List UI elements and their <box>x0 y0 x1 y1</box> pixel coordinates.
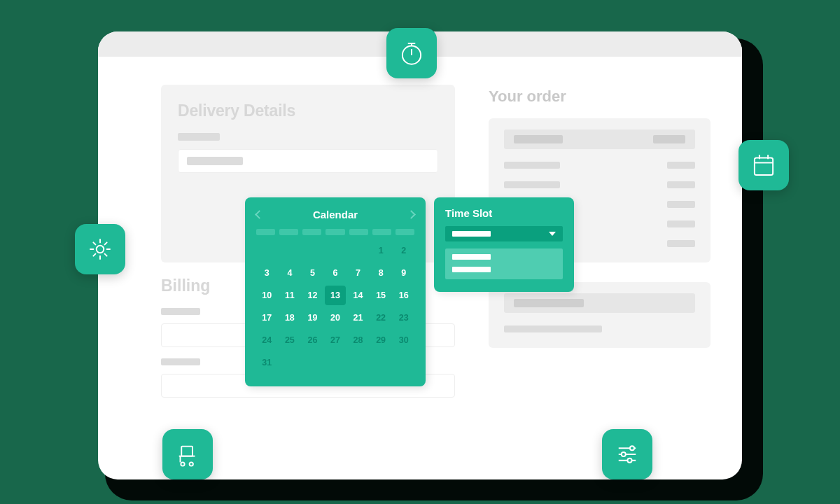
calendar-day[interactable]: 7 <box>347 263 369 283</box>
calendar-day[interactable]: 2 <box>393 241 414 260</box>
calendar-icon <box>738 140 789 190</box>
calendar-day[interactable]: 29 <box>370 330 392 350</box>
svg-point-15 <box>622 452 626 456</box>
sliders-icon <box>602 429 652 479</box>
order-line-item <box>504 162 695 169</box>
timeslot-select[interactable] <box>445 226 563 241</box>
order-line-item <box>504 326 695 332</box>
calendar-day[interactable]: 5 <box>302 263 323 283</box>
order-line-item <box>504 181 695 188</box>
svg-point-10 <box>181 462 184 465</box>
your-order-title: Your order <box>489 88 710 106</box>
timeslot-popover: Time Slot <box>434 197 574 292</box>
calendar-day[interactable]: 26 <box>302 330 323 350</box>
calendar-day[interactable]: 20 <box>325 308 346 328</box>
chevron-left-icon[interactable] <box>255 210 264 219</box>
calendar-day[interactable]: 6 <box>325 263 346 283</box>
calendar-day[interactable]: 12 <box>302 286 323 305</box>
calendar-day[interactable]: 17 <box>256 308 278 328</box>
calendar-day <box>279 241 301 260</box>
calendar-day[interactable]: 21 <box>347 308 369 328</box>
calendar-day[interactable]: 11 <box>279 286 301 305</box>
calendar-weekday-row <box>256 229 414 235</box>
calendar-day[interactable]: 3 <box>256 263 278 283</box>
timeslot-selected-placeholder <box>452 231 491 237</box>
delivery-details-title: Delivery Details <box>178 102 438 120</box>
calendar-day[interactable]: 10 <box>256 286 278 305</box>
calendar-day[interactable]: 13 <box>325 286 346 305</box>
calendar-day[interactable]: 25 <box>279 330 301 350</box>
calendar-day <box>325 241 346 260</box>
input-value-placeholder <box>187 157 243 165</box>
order-header-row <box>504 293 695 313</box>
svg-point-8 <box>97 246 104 253</box>
calendar-day[interactable]: 22 <box>370 308 392 328</box>
field-label-placeholder <box>178 133 220 141</box>
cart-icon <box>162 429 213 479</box>
chevron-right-icon[interactable] <box>407 210 416 219</box>
chevron-down-icon <box>549 232 556 236</box>
svg-point-13 <box>630 446 634 450</box>
gear-icon <box>75 224 125 274</box>
calendar-day <box>347 241 369 260</box>
calendar-day <box>256 241 278 260</box>
timeslot-option[interactable] <box>452 254 491 260</box>
calendar-day <box>302 241 323 260</box>
calendar-day[interactable]: 14 <box>347 286 369 305</box>
svg-point-11 <box>190 462 193 465</box>
svg-rect-9 <box>181 447 192 456</box>
calendar-day[interactable]: 18 <box>279 308 301 328</box>
delivery-input[interactable] <box>178 149 438 173</box>
timeslot-options-list <box>445 248 563 279</box>
calendar-day[interactable]: 16 <box>393 286 414 305</box>
calendar-day[interactable]: 15 <box>370 286 392 305</box>
timeslot-title: Time Slot <box>445 207 563 219</box>
calendar-day[interactable]: 30 <box>393 330 414 350</box>
timer-icon <box>386 28 437 78</box>
calendar-day[interactable]: 4 <box>279 263 301 283</box>
svg-rect-4 <box>755 158 773 176</box>
billing-title: Billing <box>161 276 210 295</box>
timeslot-option[interactable] <box>452 267 491 272</box>
calendar-day[interactable]: 19 <box>302 308 323 328</box>
calendar-day[interactable]: 27 <box>325 330 346 350</box>
calendar-grid: 1234567891011121314151617181920212223242… <box>256 241 414 372</box>
svg-point-17 <box>627 458 631 463</box>
calendar-day[interactable]: 28 <box>347 330 369 350</box>
calendar-day[interactable]: 23 <box>393 308 414 328</box>
order-header-row <box>504 130 695 149</box>
calendar-title: Calendar <box>313 209 358 220</box>
calendar-popover: Calendar 1234567891011121314151617181920… <box>245 197 426 386</box>
order-secondary-panel <box>489 282 710 348</box>
calendar-day[interactable]: 9 <box>393 263 414 283</box>
calendar-day[interactable]: 8 <box>370 263 392 283</box>
calendar-day[interactable]: 31 <box>256 353 278 372</box>
calendar-day[interactable]: 24 <box>256 330 278 350</box>
calendar-day[interactable]: 1 <box>370 241 392 260</box>
